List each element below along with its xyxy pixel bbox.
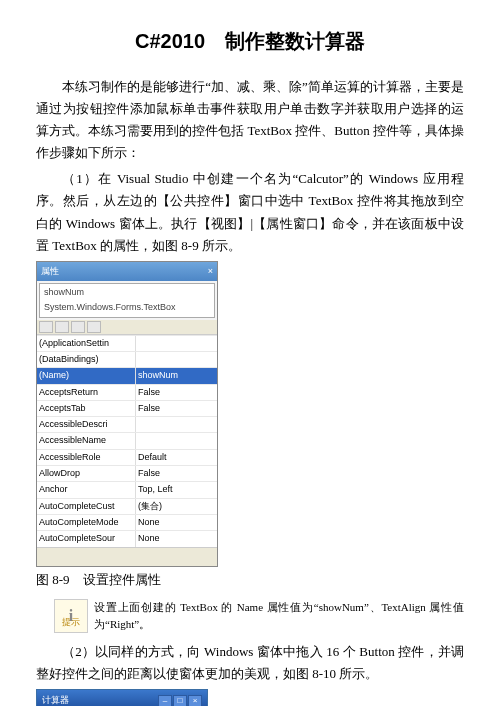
- properties-description: [37, 547, 217, 566]
- property-value[interactable]: None: [136, 531, 217, 546]
- property-row[interactable]: AccessibleDescri: [37, 416, 217, 432]
- page-title: C#2010 制作整数计算器: [36, 24, 464, 58]
- property-name: AccessibleDescri: [37, 417, 136, 432]
- property-row[interactable]: AnchorTop, Left: [37, 481, 217, 497]
- maximize-icon[interactable]: □: [173, 695, 187, 706]
- properties-panel: 属性 × showNum System.Windows.Forms.TextBo…: [36, 261, 218, 567]
- property-name: Anchor: [37, 482, 136, 497]
- property-value[interactable]: [136, 417, 217, 432]
- property-row[interactable]: AccessibleName: [37, 432, 217, 448]
- property-row[interactable]: (DataBindings): [37, 351, 217, 367]
- property-row[interactable]: AutoCompleteModeNone: [37, 514, 217, 530]
- property-row[interactable]: AutoCompleteSourNone: [37, 530, 217, 546]
- minimize-icon[interactable]: –: [158, 695, 172, 706]
- toolbar-icon[interactable]: [87, 321, 101, 333]
- form-title-text: 计算器: [42, 693, 69, 706]
- tip-label: 提示: [55, 615, 87, 630]
- property-value[interactable]: None: [136, 515, 217, 530]
- property-row[interactable]: AccessibleRoleDefault: [37, 449, 217, 465]
- paragraph-step2: （2）以同样的方式，向 Windows 窗体中拖入 16 个 Button 控件…: [36, 641, 464, 685]
- properties-panel-title: 属性: [41, 264, 59, 279]
- close-icon[interactable]: ×: [188, 695, 202, 706]
- paragraph-step1: （1）在 Visual Studio 中创建一个名为“Calcutor”的 Wi…: [36, 168, 464, 256]
- toolbar-icon[interactable]: [39, 321, 53, 333]
- window-controls: –□×: [157, 693, 202, 706]
- properties-toolbar: [37, 320, 217, 335]
- property-value[interactable]: Default: [136, 450, 217, 465]
- property-value[interactable]: (集合): [136, 499, 217, 514]
- info-icon: 提示: [54, 599, 88, 633]
- property-name: AccessibleRole: [37, 450, 136, 465]
- property-name: AllowDrop: [37, 466, 136, 481]
- property-name: (Name): [37, 368, 136, 383]
- property-name: AutoCompleteCust: [37, 499, 136, 514]
- property-value[interactable]: [136, 352, 217, 367]
- figure-caption-8-9: 图 8-9 设置控件属性: [36, 569, 464, 591]
- property-value[interactable]: False: [136, 385, 217, 400]
- property-row[interactable]: (Name)showNum: [37, 367, 217, 383]
- properties-grid: (ApplicationSettin(DataBindings)(Name)sh…: [37, 335, 217, 547]
- property-value[interactable]: False: [136, 466, 217, 481]
- property-row[interactable]: AcceptsTabFalse: [37, 400, 217, 416]
- property-row[interactable]: (ApplicationSettin: [37, 335, 217, 351]
- property-value[interactable]: False: [136, 401, 217, 416]
- designer-form: 计算器 –□×: [36, 689, 208, 706]
- toolbar-icon[interactable]: [55, 321, 69, 333]
- property-name: AutoCompleteSour: [37, 531, 136, 546]
- properties-object-dropdown[interactable]: showNum System.Windows.Forms.TextBox: [39, 283, 215, 318]
- property-row[interactable]: AcceptsReturnFalse: [37, 384, 217, 400]
- property-value[interactable]: Top, Left: [136, 482, 217, 497]
- property-name: AutoCompleteMode: [37, 515, 136, 530]
- toolbar-icon[interactable]: [71, 321, 85, 333]
- property-name: AccessibleName: [37, 433, 136, 448]
- property-value[interactable]: showNum: [136, 368, 217, 383]
- property-row[interactable]: AllowDropFalse: [37, 465, 217, 481]
- property-name: (DataBindings): [37, 352, 136, 367]
- property-row[interactable]: AutoCompleteCust(集合): [37, 498, 217, 514]
- property-name: AcceptsTab: [37, 401, 136, 416]
- close-icon[interactable]: ×: [208, 264, 213, 279]
- tip-text: 设置上面创建的 TextBox 的 Name 属性值为“showNum”、Tex…: [94, 599, 464, 632]
- tip-callout: 提示 设置上面创建的 TextBox 的 Name 属性值为“showNum”、…: [54, 599, 464, 633]
- property-value[interactable]: [136, 433, 217, 448]
- property-name: (ApplicationSettin: [37, 336, 136, 351]
- property-name: AcceptsReturn: [37, 385, 136, 400]
- paragraph-intro: 本练习制作的是能够进行“加、减、乘、除”简单运算的计算器，主要是通过为按钮控件添…: [36, 76, 464, 164]
- property-value[interactable]: [136, 336, 217, 351]
